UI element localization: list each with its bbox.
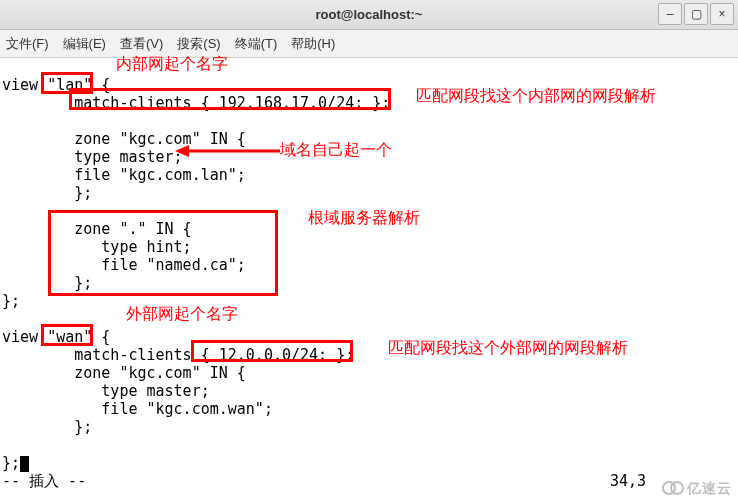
cursor-icon — [20, 456, 29, 472]
menu-view[interactable]: 查看(V) — [120, 35, 163, 53]
watermark-logo-icon — [662, 481, 684, 498]
svg-marker-1 — [175, 145, 189, 157]
menu-edit[interactable]: 编辑(E) — [63, 35, 106, 53]
annot-lan-name: 内部网起个名字 — [116, 54, 228, 75]
watermark: 亿速云 — [662, 480, 732, 498]
window-controls: – ▢ × — [658, 3, 734, 25]
arrow-icon — [175, 144, 280, 158]
annot-wan-name: 外部网起个名字 — [126, 304, 238, 325]
titlebar: root@localhost:~ – ▢ × — [0, 0, 738, 30]
terminal-text: view "lan" { match-clients { 192.168.17.… — [2, 76, 646, 490]
menu-search[interactable]: 搜索(S) — [177, 35, 220, 53]
menu-help[interactable]: 帮助(H) — [291, 35, 335, 53]
annot-domain-name: 域名自己起一个 — [280, 140, 392, 161]
watermark-text: 亿速云 — [687, 480, 732, 496]
maximize-button[interactable]: ▢ — [684, 3, 708, 25]
annot-lan-match: 匹配网段找这个内部网的网段解析 — [416, 86, 716, 107]
minimize-button[interactable]: – — [658, 3, 682, 25]
annot-root-resolve: 根域服务器解析 — [308, 208, 420, 229]
annot-wan-match: 匹配网段找这个外部网的网段解析 — [388, 338, 628, 359]
close-button[interactable]: × — [710, 3, 734, 25]
menu-terminal[interactable]: 终端(T) — [235, 35, 278, 53]
menu-file[interactable]: 文件(F) — [6, 35, 49, 53]
menubar: 文件(F) 编辑(E) 查看(V) 搜索(S) 终端(T) 帮助(H) — [0, 30, 738, 58]
window-title: root@localhost:~ — [0, 7, 738, 22]
terminal-area[interactable]: view "lan" { match-clients { 192.168.17.… — [0, 58, 738, 502]
